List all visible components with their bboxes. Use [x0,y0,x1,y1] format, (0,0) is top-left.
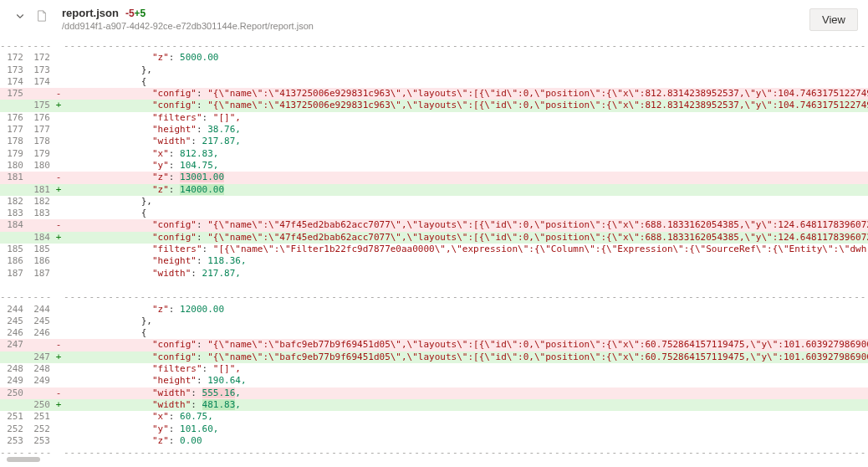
deletions-count: -5 [125,8,135,19]
code-content: ----------------------------------------… [64,40,868,52]
code-content: "config": "{\"name\":\"47f45ed2bab62acc7… [64,219,868,231]
line-number-new: 186 [27,255,54,267]
line-number-old: 249 [0,375,27,387]
line-number-old: 179 [0,148,27,160]
diff-sign [54,363,64,375]
diff-line: 179179 "x": 812.83, [0,148,868,160]
line-number-new: 253 [27,435,54,447]
collapse-toggle[interactable] [12,8,28,25]
diff-line: 178178 "width": 217.87, [0,136,868,147]
line-number-new: 174 [27,76,54,88]
line-number-new: 172 [27,52,54,64]
diff-line: 250+ "width": 481.83, [0,399,868,411]
chevron-down-icon [15,11,25,23]
code-content: }, [64,64,868,76]
horizontal-scrollbar[interactable] [7,457,341,462]
file-name[interactable]: report.json [62,7,119,19]
diff-sign [54,136,64,147]
line-number-old: 176 [0,112,27,124]
diff-line: 187187 "width": 217.87, [0,268,868,280]
line-number-new: 187 [27,268,54,280]
diff-line: 244244 "z": 12000.00 [0,304,868,316]
code-content: "config": "{\"name\":\"413725006e929831c… [64,100,868,111]
diff-sign [54,76,64,88]
line-number-new: 177 [27,124,54,136]
line-number-old: 250 [0,387,27,399]
code-content: { [64,327,868,339]
diff-line: 250- "width": 555.16, [0,387,868,399]
diff-line: 247- "config": "{\"name\":\"bafc9eb77b9f… [0,339,868,351]
code-content: "height": 190.64, [64,375,868,387]
diff-line: 174174 { [0,76,868,88]
code-content: "width": 217.87, [64,136,868,147]
scrollbar-thumb[interactable] [7,457,40,462]
code-content: "z": 14000.00 [64,184,868,196]
diff-header: report.json -5+5 /ddd914f1-a907-4d42-92c… [0,0,868,40]
line-number-new: 250 [27,399,54,411]
diff-sign: - [54,219,64,231]
code-content: { [64,76,868,88]
line-number-new: ---- [27,291,54,303]
line-number-old: 175 [0,88,27,100]
diff-sign: - [54,339,64,351]
line-number-old: ---- [0,40,27,52]
code-content: "config": "{\"name\":\"bafc9eb77b9f69451… [64,352,868,363]
diff-sign: - [54,172,64,183]
code-content: "x": 60.75, [64,411,868,423]
line-number-new: 173 [27,64,54,76]
diff-line: 245245 }, [0,316,868,327]
diff-sign: + [54,352,64,363]
line-number-new: 184 [27,232,54,244]
diff-body: ----------------------------------------… [0,40,868,459]
diff-line: 185185 "filters": "[{\"name\":\"Filter1b… [0,244,868,255]
diff-line: 247+ "config": "{\"name\":\"bafc9eb77b9f… [0,352,868,363]
diff-sign [54,112,64,124]
diff-line: 246246 { [0,327,868,339]
line-number-new: ---- [27,40,54,52]
diff-sign [54,208,64,219]
diff-sign [54,196,64,208]
line-number-new: 176 [27,112,54,124]
diff-line [0,280,868,291]
diff-line: 251251 "x": 60.75, [0,411,868,423]
line-number-old [0,184,27,196]
line-number-old [0,352,27,363]
diff-sign [54,375,64,387]
diff-line: 184- "config": "{\"name\":\"47f45ed2bab6… [0,219,868,231]
code-content: "x": 812.83, [64,148,868,160]
line-number-old: 247 [0,339,27,351]
file-icon-container [33,8,50,25]
diff-line: 249249 "height": 190.64, [0,375,868,387]
code-content: "width": 481.83, [64,399,868,411]
diff-sign [54,411,64,423]
code-content: "width": 217.87, [64,268,868,280]
line-number-old: 244 [0,304,27,316]
line-number-new: 178 [27,136,54,147]
line-number-new: 175 [27,100,54,111]
diff-line: 175+ "config": "{\"name\":\"413725006e92… [0,100,868,111]
code-content: "z": 12000.00 [64,304,868,316]
diff-sign [54,160,64,172]
diff-line: 175- "config": "{\"name\":\"413725006e92… [0,88,868,100]
line-number-old: 173 [0,64,27,76]
line-number-new [27,339,54,351]
diff-line: 180180 "y": 104.75, [0,160,868,172]
diff-sign [54,435,64,447]
line-number-new: 252 [27,423,54,435]
line-number-new: 251 [27,411,54,423]
line-number-new [27,88,54,100]
line-number-old: 174 [0,76,27,88]
line-number-old: 184 [0,219,27,231]
diff-sign [54,244,64,255]
line-number-old: 182 [0,196,27,208]
diff-sign [54,423,64,435]
line-number-old: 253 [0,435,27,447]
diff-line: 177177 "height": 38.76, [0,124,868,136]
line-number-old: 245 [0,316,27,327]
view-button[interactable]: View [809,8,858,31]
diff-sign [54,268,64,280]
diff-sign [54,148,64,160]
line-number-new: 244 [27,304,54,316]
code-content: "z": 5000.00 [64,52,868,64]
diff-sign: + [54,232,64,244]
